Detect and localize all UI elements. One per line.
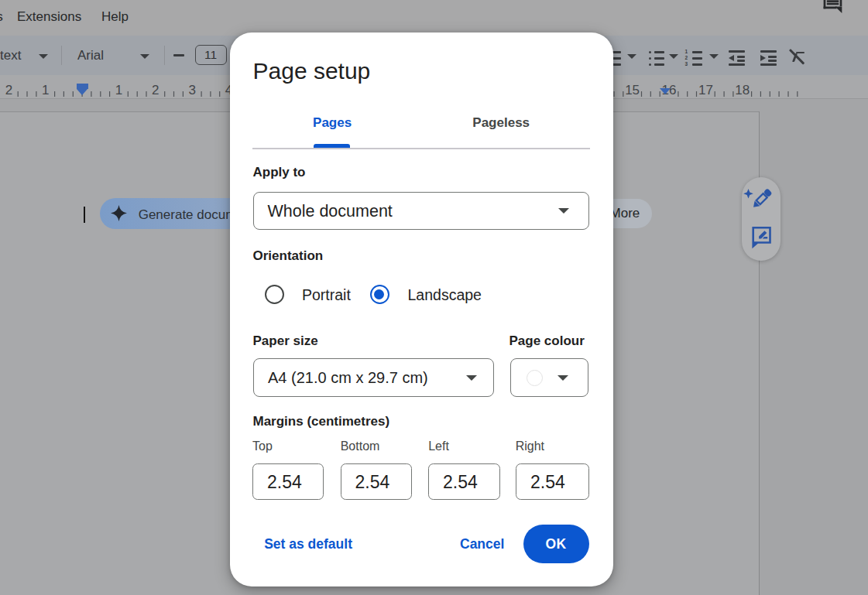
svg-text:1: 1 [42, 83, 49, 97]
svg-text:3: 3 [188, 83, 195, 97]
svg-text:18: 18 [735, 83, 750, 97]
svg-text:15: 15 [625, 83, 640, 97]
svg-text:1: 1 [115, 83, 122, 97]
svg-text:2: 2 [5, 83, 12, 97]
svg-text:2: 2 [152, 83, 159, 97]
svg-text:17: 17 [698, 83, 713, 97]
